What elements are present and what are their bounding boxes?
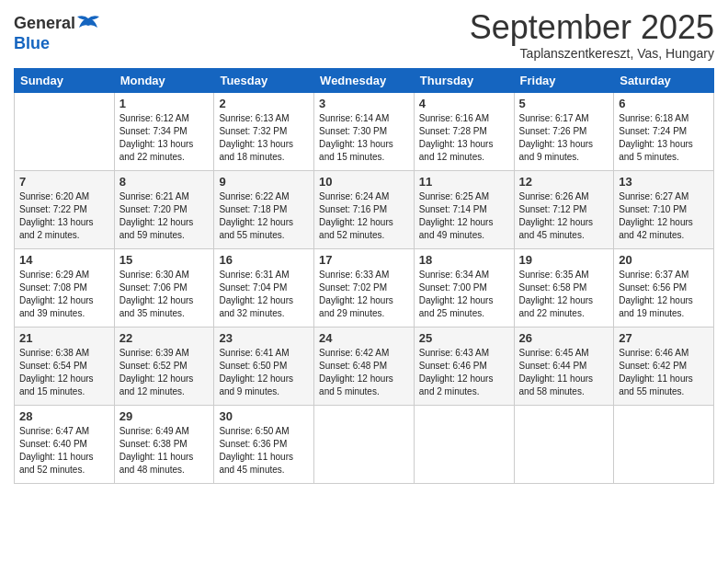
calendar-cell: 28Sunrise: 6:47 AM Sunset: 6:40 PM Dayli… bbox=[15, 405, 115, 483]
calendar-cell: 5Sunrise: 6:17 AM Sunset: 7:26 PM Daylig… bbox=[514, 92, 614, 170]
calendar-cell: 7Sunrise: 6:20 AM Sunset: 7:22 PM Daylig… bbox=[15, 170, 115, 248]
calendar-cell: 26Sunrise: 6:45 AM Sunset: 6:44 PM Dayli… bbox=[514, 327, 614, 405]
day-number: 6 bbox=[619, 97, 709, 110]
calendar-cell: 8Sunrise: 6:21 AM Sunset: 7:20 PM Daylig… bbox=[114, 170, 214, 248]
page-header: General Blue September 2025 Taplanszentk… bbox=[14, 9, 714, 61]
day-number: 2 bbox=[219, 97, 309, 110]
day-number: 9 bbox=[219, 175, 309, 189]
calendar-week-row: 14Sunrise: 6:29 AM Sunset: 7:08 PM Dayli… bbox=[15, 248, 714, 327]
calendar-cell: 19Sunrise: 6:35 AM Sunset: 6:58 PM Dayli… bbox=[514, 248, 614, 327]
day-number: 19 bbox=[519, 253, 609, 267]
calendar-cell: 24Sunrise: 6:42 AM Sunset: 6:48 PM Dayli… bbox=[314, 327, 415, 405]
day-info: Sunrise: 6:37 AM Sunset: 6:56 PM Dayligh… bbox=[619, 269, 709, 320]
day-info: Sunrise: 6:21 AM Sunset: 7:20 PM Dayligh… bbox=[119, 190, 210, 242]
calendar-cell: 25Sunrise: 6:43 AM Sunset: 6:46 PM Dayli… bbox=[414, 327, 514, 405]
calendar-cell bbox=[514, 405, 614, 483]
day-number: 15 bbox=[119, 253, 210, 267]
calendar-table: SundayMondayTuesdayWednesdayThursdayFrid… bbox=[14, 68, 714, 484]
day-info: Sunrise: 6:42 AM Sunset: 6:48 PM Dayligh… bbox=[319, 347, 409, 398]
calendar-cell: 16Sunrise: 6:31 AM Sunset: 7:04 PM Dayli… bbox=[214, 248, 314, 327]
day-header-sunday: Sunday bbox=[15, 68, 115, 92]
calendar-cell: 1Sunrise: 6:12 AM Sunset: 7:34 PM Daylig… bbox=[114, 92, 214, 170]
calendar-cell: 21Sunrise: 6:38 AM Sunset: 6:54 PM Dayli… bbox=[15, 327, 115, 405]
calendar-cell bbox=[614, 405, 714, 483]
calendar-cell: 6Sunrise: 6:18 AM Sunset: 7:24 PM Daylig… bbox=[614, 92, 714, 170]
calendar-header-row: SundayMondayTuesdayWednesdayThursdayFrid… bbox=[15, 68, 714, 92]
day-number: 28 bbox=[19, 409, 109, 423]
logo-blue: Blue bbox=[14, 34, 50, 52]
day-info: Sunrise: 6:43 AM Sunset: 6:46 PM Dayligh… bbox=[419, 347, 509, 398]
calendar-cell: 4Sunrise: 6:16 AM Sunset: 7:28 PM Daylig… bbox=[414, 92, 514, 170]
day-info: Sunrise: 6:14 AM Sunset: 7:30 PM Dayligh… bbox=[319, 112, 409, 164]
calendar-cell: 23Sunrise: 6:41 AM Sunset: 6:50 PM Dayli… bbox=[214, 327, 314, 405]
day-info: Sunrise: 6:27 AM Sunset: 7:10 PM Dayligh… bbox=[619, 190, 709, 242]
day-info: Sunrise: 6:24 AM Sunset: 7:16 PM Dayligh… bbox=[319, 190, 409, 242]
calendar-cell: 2Sunrise: 6:13 AM Sunset: 7:32 PM Daylig… bbox=[214, 92, 314, 170]
day-number: 11 bbox=[419, 175, 509, 189]
day-number: 17 bbox=[319, 253, 409, 267]
day-number: 30 bbox=[219, 409, 309, 423]
month-title: September 2025 bbox=[470, 9, 714, 46]
day-number: 20 bbox=[619, 253, 709, 267]
day-number: 1 bbox=[119, 97, 210, 110]
logo-general: General bbox=[14, 14, 75, 32]
day-info: Sunrise: 6:20 AM Sunset: 7:22 PM Dayligh… bbox=[19, 190, 109, 242]
day-info: Sunrise: 6:17 AM Sunset: 7:26 PM Dayligh… bbox=[519, 112, 609, 164]
day-info: Sunrise: 6:18 AM Sunset: 7:24 PM Dayligh… bbox=[619, 112, 709, 164]
calendar-cell bbox=[15, 92, 115, 170]
day-info: Sunrise: 6:26 AM Sunset: 7:12 PM Dayligh… bbox=[519, 190, 609, 242]
calendar-cell: 11Sunrise: 6:25 AM Sunset: 7:14 PM Dayli… bbox=[414, 170, 514, 248]
day-info: Sunrise: 6:39 AM Sunset: 6:52 PM Dayligh… bbox=[119, 347, 210, 398]
day-info: Sunrise: 6:45 AM Sunset: 6:44 PM Dayligh… bbox=[519, 347, 609, 398]
day-number: 16 bbox=[219, 253, 309, 267]
day-number: 14 bbox=[19, 253, 109, 267]
day-info: Sunrise: 6:46 AM Sunset: 6:42 PM Dayligh… bbox=[619, 347, 709, 398]
day-header-thursday: Thursday bbox=[414, 68, 514, 92]
day-number: 4 bbox=[419, 97, 509, 110]
calendar-cell: 22Sunrise: 6:39 AM Sunset: 6:52 PM Dayli… bbox=[114, 327, 214, 405]
day-header-tuesday: Tuesday bbox=[214, 68, 314, 92]
day-header-friday: Friday bbox=[514, 68, 614, 92]
day-info: Sunrise: 6:49 AM Sunset: 6:38 PM Dayligh… bbox=[119, 425, 210, 477]
calendar-week-row: 28Sunrise: 6:47 AM Sunset: 6:40 PM Dayli… bbox=[15, 405, 714, 483]
day-info: Sunrise: 6:47 AM Sunset: 6:40 PM Dayligh… bbox=[19, 425, 109, 477]
calendar-cell: 17Sunrise: 6:33 AM Sunset: 7:02 PM Dayli… bbox=[314, 248, 415, 327]
day-number: 29 bbox=[119, 409, 210, 423]
logo: General Blue bbox=[14, 15, 101, 53]
calendar-cell: 27Sunrise: 6:46 AM Sunset: 6:42 PM Dayli… bbox=[614, 327, 714, 405]
day-number: 23 bbox=[219, 331, 309, 345]
day-header-saturday: Saturday bbox=[614, 68, 714, 92]
day-info: Sunrise: 6:16 AM Sunset: 7:28 PM Dayligh… bbox=[419, 112, 509, 164]
calendar-cell: 3Sunrise: 6:14 AM Sunset: 7:30 PM Daylig… bbox=[314, 92, 415, 170]
calendar-cell: 18Sunrise: 6:34 AM Sunset: 7:00 PM Dayli… bbox=[414, 248, 514, 327]
calendar-cell: 15Sunrise: 6:30 AM Sunset: 7:06 PM Dayli… bbox=[114, 248, 214, 327]
calendar-week-row: 7Sunrise: 6:20 AM Sunset: 7:22 PM Daylig… bbox=[15, 170, 714, 248]
day-info: Sunrise: 6:34 AM Sunset: 7:00 PM Dayligh… bbox=[419, 269, 509, 320]
day-number: 8 bbox=[119, 175, 210, 189]
calendar-cell: 30Sunrise: 6:50 AM Sunset: 6:36 PM Dayli… bbox=[214, 405, 314, 483]
day-number: 26 bbox=[519, 331, 609, 345]
calendar-cell bbox=[414, 405, 514, 483]
calendar-cell: 10Sunrise: 6:24 AM Sunset: 7:16 PM Dayli… bbox=[314, 170, 415, 248]
day-info: Sunrise: 6:13 AM Sunset: 7:32 PM Dayligh… bbox=[219, 112, 309, 164]
day-number: 25 bbox=[419, 331, 509, 345]
day-info: Sunrise: 6:30 AM Sunset: 7:06 PM Dayligh… bbox=[119, 269, 210, 320]
calendar-cell bbox=[314, 405, 415, 483]
day-info: Sunrise: 6:22 AM Sunset: 7:18 PM Dayligh… bbox=[219, 190, 309, 242]
day-info: Sunrise: 6:50 AM Sunset: 6:36 PM Dayligh… bbox=[219, 425, 309, 477]
day-header-monday: Monday bbox=[114, 68, 214, 92]
subtitle: Taplanszentkereszt, Vas, Hungary bbox=[470, 46, 714, 61]
day-header-wednesday: Wednesday bbox=[314, 68, 415, 92]
day-info: Sunrise: 6:38 AM Sunset: 6:54 PM Dayligh… bbox=[19, 347, 109, 398]
calendar-cell: 9Sunrise: 6:22 AM Sunset: 7:18 PM Daylig… bbox=[214, 170, 314, 248]
day-number: 5 bbox=[519, 97, 609, 110]
day-number: 7 bbox=[19, 175, 109, 189]
day-info: Sunrise: 6:12 AM Sunset: 7:34 PM Dayligh… bbox=[119, 112, 210, 164]
day-number: 27 bbox=[619, 331, 709, 345]
day-number: 12 bbox=[519, 175, 609, 189]
calendar-cell: 14Sunrise: 6:29 AM Sunset: 7:08 PM Dayli… bbox=[15, 248, 115, 327]
day-info: Sunrise: 6:31 AM Sunset: 7:04 PM Dayligh… bbox=[219, 269, 309, 320]
day-number: 3 bbox=[319, 97, 409, 110]
day-info: Sunrise: 6:25 AM Sunset: 7:14 PM Dayligh… bbox=[419, 190, 509, 242]
logo-bird-icon bbox=[75, 15, 101, 35]
